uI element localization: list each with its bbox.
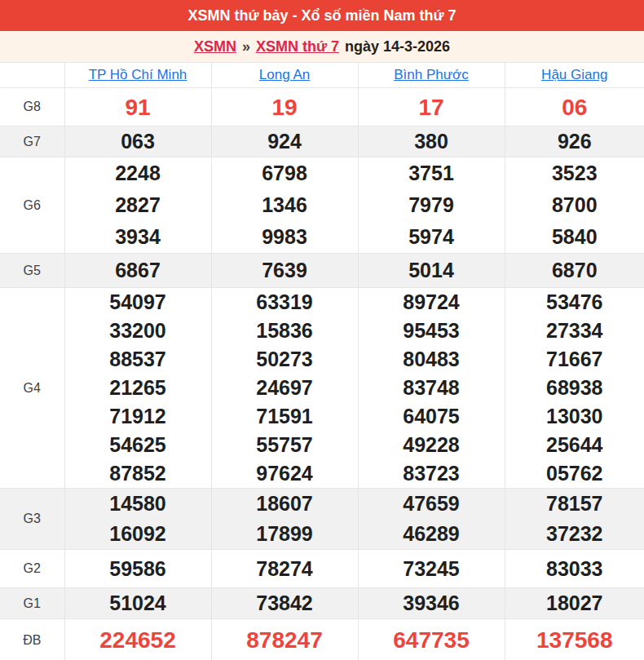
- prize-number: 16092: [65, 519, 211, 549]
- prize-cell: 53476273347166768938130302564405762: [505, 288, 644, 489]
- prize-number: 37232: [505, 519, 644, 549]
- prize-number: 2827: [65, 189, 211, 221]
- prize-number: 063: [65, 127, 211, 156]
- prize-number: 7639: [212, 256, 358, 285]
- prize-number: 924: [212, 127, 358, 156]
- prize-label-g2: G2: [0, 550, 64, 588]
- prize-number: 06: [505, 93, 644, 122]
- prize-number: 21265: [65, 374, 211, 402]
- prize-cell: 4765946289: [358, 489, 505, 550]
- prize-cell: 73842: [211, 588, 358, 619]
- prize-number: 3523: [505, 157, 644, 189]
- prize-number: 53476: [505, 288, 644, 317]
- prize-cell: 380: [358, 126, 505, 157]
- prize-cell: 063: [64, 126, 211, 157]
- page-title-bar: XSMN thứ bảy - Xổ số miền Nam thứ 7: [0, 0, 644, 31]
- breadcrumb-separator: »: [242, 38, 250, 55]
- prize-number: 2248: [65, 157, 211, 189]
- breadcrumb-link-xsmn-thu-7[interactable]: XSMN thứ 7: [256, 38, 339, 55]
- prize-number: 5840: [505, 221, 644, 253]
- prize-number: 71591: [212, 402, 358, 431]
- prize-number: 89724: [359, 288, 505, 317]
- prize-row-g4: G454097332008853721265719125462587852633…: [0, 288, 644, 489]
- prize-number: 27334: [505, 317, 644, 345]
- prize-number: 24697: [212, 374, 358, 402]
- prize-number: 88537: [65, 345, 211, 374]
- prize-number: 71667: [505, 345, 644, 374]
- prize-row-g2: G259586782747324583033: [0, 550, 644, 588]
- prize-number: 224652: [65, 626, 211, 654]
- prize-cell: 679813469983: [211, 157, 358, 254]
- prize-number: 05762: [505, 459, 644, 488]
- prize-cell: 78274: [211, 550, 358, 588]
- prize-number: 3751: [359, 157, 505, 189]
- prize-number: 8700: [505, 189, 644, 221]
- prize-row-g1: G151024738423934618027: [0, 588, 644, 619]
- prize-label-g7: G7: [0, 126, 64, 157]
- prize-row-g3: G314580160921860717899476594628978157372…: [0, 489, 644, 550]
- prize-number: 83748: [359, 374, 505, 402]
- prize-number: 33200: [65, 317, 211, 345]
- prize-number: 83033: [505, 555, 644, 583]
- prize-number: 87852: [65, 459, 211, 488]
- prize-number: 15836: [212, 317, 358, 345]
- prize-number: 380: [359, 127, 505, 156]
- prize-cell: 18027: [505, 588, 644, 619]
- prize-number: 6867: [65, 256, 211, 285]
- column-header-link-hau-giang[interactable]: Hậu Giang: [541, 67, 607, 82]
- prize-cell: 7815737232: [505, 489, 644, 550]
- prize-row-g8: G891191706: [0, 88, 644, 126]
- column-header-link-binh-phuoc[interactable]: Bình Phước: [394, 67, 469, 82]
- prize-cell: 7639: [211, 254, 358, 288]
- prize-cell: 137568: [505, 619, 644, 660]
- prize-number: 47659: [359, 489, 505, 519]
- prize-number: 59586: [65, 555, 211, 583]
- prize-number: 78157: [505, 489, 644, 519]
- prize-number: 6870: [505, 256, 644, 285]
- breadcrumb-link-xsmn[interactable]: XSMN: [194, 38, 236, 55]
- prize-cell: 19: [211, 88, 358, 126]
- prize-number: 64075: [359, 402, 505, 431]
- prize-number: 95453: [359, 317, 505, 345]
- prize-number: 71912: [65, 402, 211, 431]
- prize-row-g6: G622482827393467981346998337517979597435…: [0, 157, 644, 254]
- prize-number: 73842: [212, 589, 358, 618]
- results-table-header: TP Hồ Chí Minh Long An Bình Phước Hậu Gi…: [0, 63, 644, 88]
- prize-cell: 5014: [358, 254, 505, 288]
- column-header-link-tp-ho-chi-minh[interactable]: TP Hồ Chí Minh: [89, 67, 187, 82]
- prize-number: 46289: [359, 519, 505, 549]
- prize-cell: 224652: [64, 619, 211, 660]
- breadcrumb: XSMN » XSMN thứ 7 ngày 14-3-2026: [0, 31, 644, 62]
- prize-number: 55757: [212, 431, 358, 459]
- prize-number: 9983: [212, 221, 358, 253]
- prize-number: 17: [359, 93, 505, 122]
- column-header-link-long-an[interactable]: Long An: [259, 67, 310, 82]
- prize-number: 7979: [359, 189, 505, 221]
- prize-label-g6: G6: [0, 157, 64, 254]
- prize-cell: 06: [505, 88, 644, 126]
- prize-number: 3934: [65, 221, 211, 253]
- prize-number: 80483: [359, 345, 505, 374]
- prize-number: 25644: [505, 431, 644, 459]
- prize-row-g7: G7063924380926: [0, 126, 644, 157]
- prize-number: 19: [212, 93, 358, 122]
- prize-number: 1346: [212, 189, 358, 221]
- breadcrumb-date: ngày 14-3-2026: [345, 38, 450, 55]
- prize-number: 6798: [212, 157, 358, 189]
- column-header-long-an: Long An: [211, 63, 358, 88]
- prize-number: 68938: [505, 374, 644, 402]
- prize-cell: 6867: [64, 254, 211, 288]
- prize-number: 51024: [65, 589, 211, 618]
- prize-row-g5: G56867763950146870: [0, 254, 644, 288]
- column-header-binh-phuoc: Bình Phước: [358, 63, 505, 88]
- prize-number: 91: [65, 93, 211, 122]
- prize-cell: 83033: [505, 550, 644, 588]
- prize-label-db: ĐB: [0, 619, 64, 660]
- prize-cell: 89724954538048383748640754922883723: [358, 288, 505, 489]
- column-header-hau-giang: Hậu Giang: [505, 63, 644, 88]
- prize-cell: 224828273934: [64, 157, 211, 254]
- prize-cell: 51024: [64, 588, 211, 619]
- column-header-tp-ho-chi-minh: TP Hồ Chí Minh: [64, 63, 211, 88]
- prize-number: 926: [505, 127, 644, 156]
- prize-cell: 59586: [64, 550, 211, 588]
